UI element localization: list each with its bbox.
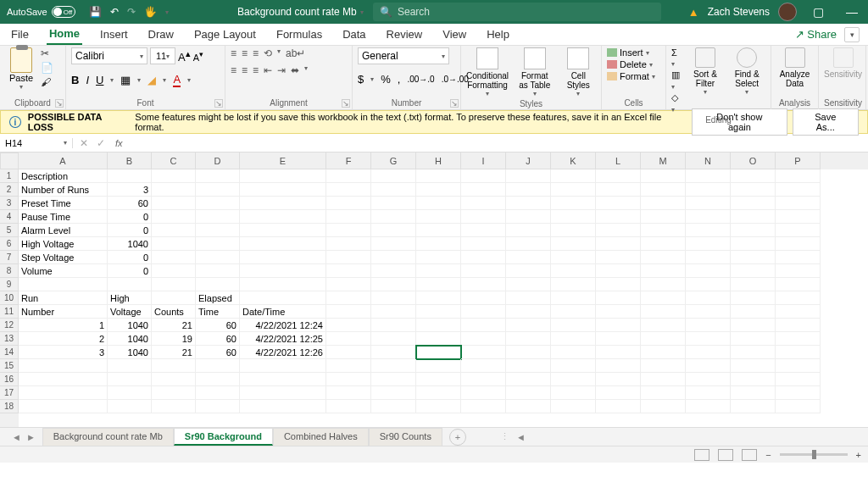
cell[interactable] [776,183,821,197]
row-header[interactable]: 9 [0,278,19,291]
cell[interactable] [641,210,686,224]
sort-filter-button[interactable]: Sort & Filter▾ [689,47,722,96]
cell[interactable] [731,169,776,183]
cell[interactable]: Number of Runs [19,183,108,197]
cell[interactable] [731,237,776,251]
cell[interactable]: 21 [152,319,196,332]
autosave-toggle[interactable]: AutoSave Off [0,6,82,18]
row-header[interactable]: 17 [0,386,19,400]
cell[interactable] [776,400,821,413]
page-break-icon[interactable] [742,449,757,461]
prev-sheet-icon[interactable]: ◄ [12,432,21,442]
row-header[interactable]: 6 [0,237,19,251]
cell[interactable] [108,169,152,183]
cell[interactable] [731,305,776,319]
cell[interactable] [551,291,596,305]
cell[interactable] [416,251,461,264]
cell[interactable] [240,224,326,237]
cell[interactable] [152,278,196,291]
row-header[interactable]: 15 [0,359,19,373]
autosum-icon[interactable]: Σ ▾ [671,47,682,68]
cell[interactable] [240,373,326,386]
conditional-formatting-button[interactable]: Conditional Formatting▾ [466,47,509,97]
cell[interactable] [506,305,551,319]
cell[interactable] [596,319,641,332]
cell[interactable]: Date/Time [240,305,326,319]
insert-button[interactable]: Insert▾ [607,47,649,58]
cell[interactable] [152,224,196,237]
normal-view-icon[interactable] [694,449,709,461]
cell[interactable] [776,319,821,332]
cell[interactable]: 0 [108,224,152,237]
cell[interactable] [416,386,461,400]
cell[interactable]: Elapsed [196,291,240,305]
cell[interactable] [326,224,371,237]
align-top-icon[interactable]: ≡ [231,47,236,59]
cell[interactable] [240,278,326,291]
row-header[interactable]: 7 [0,251,19,264]
cell[interactable] [196,183,240,197]
cell[interactable] [686,237,731,251]
grow-font-icon[interactable]: A▴ [178,48,191,64]
cell[interactable] [326,359,371,373]
cell[interactable] [641,332,686,346]
cell[interactable] [506,169,551,183]
cell[interactable] [196,251,240,264]
cell[interactable] [506,332,551,346]
cell[interactable] [776,169,821,183]
cell[interactable] [686,210,731,224]
sheet-tab[interactable]: Background count rate Mb [42,428,174,446]
cell[interactable] [196,278,240,291]
cancel-icon[interactable]: ✕ [80,137,88,149]
cell[interactable] [686,251,731,264]
redo-icon[interactable]: ↷ [127,6,136,18]
cut-icon[interactable]: ✂ [41,47,53,59]
cell[interactable] [551,305,596,319]
cell[interactable] [551,346,596,359]
cell[interactable] [326,183,371,197]
cell[interactable] [326,278,371,291]
save-as-button[interactable]: Save As... [793,108,859,136]
cell[interactable] [596,400,641,413]
row-header[interactable]: 14 [0,346,19,359]
cell[interactable]: Preset Time [19,197,108,210]
cell[interactable] [461,224,506,237]
cell[interactable] [152,264,196,278]
align-center-icon[interactable]: ≡ [242,64,248,76]
cell[interactable] [19,359,108,373]
font-size-select[interactable]: 11▾ [150,47,175,64]
cell[interactable] [596,332,641,346]
cell[interactable] [551,332,596,346]
cell[interactable] [196,264,240,278]
cell[interactable] [596,264,641,278]
cell[interactable] [686,386,731,400]
row-header[interactable]: 11 [0,305,19,319]
cell[interactable] [461,346,506,359]
cell[interactable] [416,210,461,224]
cell[interactable] [416,278,461,291]
cell[interactable] [196,359,240,373]
cell[interactable] [461,251,506,264]
cell[interactable] [596,237,641,251]
cell[interactable]: 0 [108,251,152,264]
cell[interactable] [371,319,416,332]
ribbon-display-icon[interactable]: ▢ [805,5,831,19]
column-header[interactable]: F [326,152,371,169]
align-left-icon[interactable]: ≡ [231,64,236,76]
italic-button[interactable]: I [86,74,89,86]
column-header[interactable]: D [196,152,240,169]
cell[interactable] [416,264,461,278]
dialog-launcher-icon[interactable]: ↘ [450,99,459,108]
cell[interactable] [371,400,416,413]
column-header[interactable]: K [551,152,596,169]
cell[interactable] [416,373,461,386]
bold-button[interactable]: B [71,74,79,86]
cell[interactable] [776,210,821,224]
align-middle-icon[interactable]: ≡ [242,47,248,59]
cell[interactable] [641,169,686,183]
cell[interactable] [641,386,686,400]
cell[interactable] [196,386,240,400]
cell[interactable] [461,332,506,346]
cell[interactable] [240,251,326,264]
cell[interactable] [596,291,641,305]
